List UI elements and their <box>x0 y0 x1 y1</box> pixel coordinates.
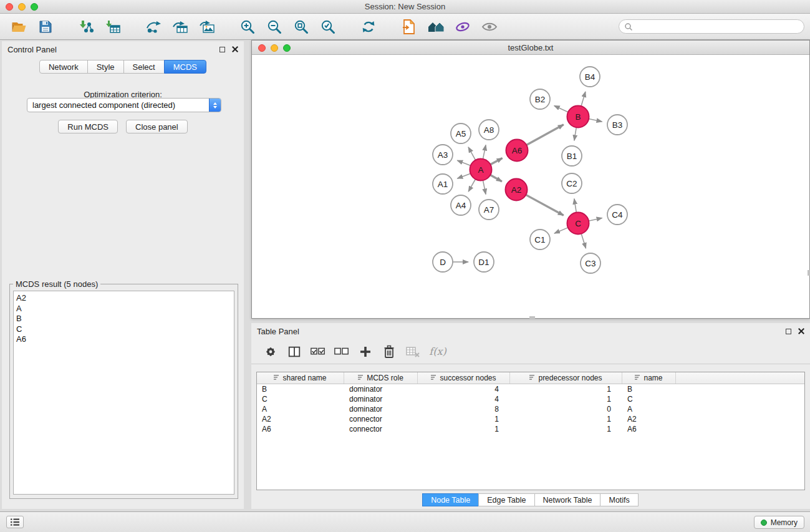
table-cell[interactable]: A6 <box>622 425 676 433</box>
edge-A6-B[interactable] <box>526 125 563 145</box>
node-A4[interactable]: A4 <box>451 195 471 215</box>
edge-A-A6[interactable] <box>490 158 502 164</box>
node-D[interactable]: D <box>433 252 453 272</box>
search-input[interactable] <box>636 22 799 31</box>
network-window-titlebar[interactable]: testGlobe.txt <box>252 41 809 55</box>
node-C3[interactable]: C3 <box>581 253 600 273</box>
column-header[interactable]: shared name <box>257 372 344 384</box>
apply-layout-button[interactable] <box>357 16 380 37</box>
result-list-item[interactable]: B <box>16 314 231 324</box>
analyzer-button[interactable] <box>451 16 474 37</box>
zoom-out-button[interactable] <box>263 16 286 37</box>
export-image-button[interactable] <box>196 16 218 37</box>
table-cell[interactable]: A6 <box>257 425 344 433</box>
close-table-panel-icon[interactable] <box>798 328 804 334</box>
table-cell[interactable]: connector <box>344 415 418 423</box>
node-B[interactable]: B <box>567 106 589 128</box>
table-cell[interactable]: connector <box>344 425 418 433</box>
save-session-button[interactable] <box>34 16 57 37</box>
result-list-item[interactable]: C <box>16 324 231 335</box>
table-cell[interactable]: 8 <box>418 405 510 414</box>
table-row[interactable]: A2connector11A2 <box>257 414 804 424</box>
node-C1[interactable]: C1 <box>530 230 550 249</box>
node-A2[interactable]: A2 <box>506 179 528 201</box>
column-chooser-button[interactable] <box>286 343 302 360</box>
home-button[interactable] <box>425 16 447 37</box>
tab-node-table[interactable]: Node Table <box>422 493 479 506</box>
edge-A2-C[interactable] <box>526 195 563 215</box>
tab-motifs[interactable]: Motifs <box>600 493 638 506</box>
memory-button[interactable]: Memory <box>754 516 804 529</box>
window-titlebar[interactable]: Session: New Session <box>0 0 810 14</box>
edge-A-A7[interactable] <box>483 180 486 194</box>
edge-A-A4[interactable] <box>468 179 475 191</box>
table-cell[interactable]: 1 <box>418 425 510 433</box>
network-canvas-svg[interactable]: B4B2BB3A5A8A6A3B1AA1C2A2A4A7C4CC1DD1C3 <box>252 55 809 317</box>
node-B2[interactable]: B2 <box>530 89 550 109</box>
show-hide-button[interactable] <box>478 16 501 37</box>
edge-B-B1[interactable] <box>574 127 576 140</box>
node-A1[interactable]: A1 <box>433 174 453 194</box>
table-row[interactable]: Adominator80A <box>257 404 804 414</box>
column-header[interactable]: successor nodes <box>418 372 510 384</box>
node-B4[interactable]: B4 <box>580 67 600 87</box>
zoom-fit-button[interactable] <box>290 16 312 37</box>
edge-A-A5[interactable] <box>468 147 475 160</box>
node-D1[interactable]: D1 <box>474 252 494 272</box>
column-header[interactable]: MCDS role <box>344 372 418 384</box>
table-cell[interactable]: 1 <box>510 425 622 433</box>
edge-C-C4[interactable] <box>589 218 602 221</box>
edge-C-C1[interactable] <box>554 228 568 233</box>
node-B1[interactable]: B1 <box>562 146 582 166</box>
tab-mcds[interactable]: MCDS <box>164 60 206 74</box>
table-cell[interactable]: 1 <box>510 385 622 394</box>
edge-A-A8[interactable] <box>483 145 486 158</box>
edge-A-A3[interactable] <box>457 160 470 165</box>
result-list-item[interactable]: A <box>16 304 231 314</box>
node-C2[interactable]: C2 <box>562 173 582 193</box>
column-header[interactable]: name <box>622 372 676 384</box>
resize-tick-right[interactable] <box>808 270 810 276</box>
table-cell[interactable]: C <box>257 395 344 404</box>
tab-network-table[interactable]: Network Table <box>534 493 601 506</box>
close-window-button[interactable] <box>6 3 13 11</box>
add-column-button[interactable] <box>357 343 374 360</box>
result-list-item[interactable]: A6 <box>16 334 231 345</box>
table-cell[interactable]: 0 <box>510 405 622 414</box>
tab-network[interactable]: Network <box>39 60 88 74</box>
table-row[interactable]: A6connector11A6 <box>257 424 804 434</box>
import-table-button[interactable] <box>102 16 124 37</box>
edge-C-C2[interactable] <box>574 199 576 213</box>
zoom-in-button[interactable] <box>236 16 259 37</box>
network-minimize-button[interactable] <box>271 44 278 52</box>
table-cell[interactable]: A2 <box>622 415 676 423</box>
table-cell[interactable]: 4 <box>418 385 510 394</box>
new-table-button[interactable] <box>169 16 191 37</box>
node-C4[interactable]: C4 <box>607 205 627 225</box>
node-C[interactable]: C <box>567 213 589 235</box>
minimize-window-button[interactable] <box>18 3 26 11</box>
table-cell[interactable]: dominator <box>344 405 418 414</box>
edge-A-A2[interactable] <box>490 175 502 181</box>
new-network-button[interactable] <box>142 16 165 37</box>
table-cell[interactable]: dominator <box>344 395 418 404</box>
table-cell[interactable]: 1 <box>510 415 622 423</box>
delete-table-button[interactable] <box>405 343 421 360</box>
close-panel-icon[interactable] <box>232 46 238 52</box>
network-close-button[interactable] <box>258 44 266 52</box>
node-A3[interactable]: A3 <box>433 145 453 165</box>
edge-B-B3[interactable] <box>589 119 602 122</box>
close-panel-button[interactable]: Close panel <box>126 120 188 133</box>
table-cell[interactable]: dominator <box>344 385 418 394</box>
table-cell[interactable]: B <box>257 385 344 394</box>
network-zoom-button[interactable] <box>283 44 291 52</box>
edge-C-C3[interactable] <box>581 234 586 248</box>
table-cell[interactable]: A <box>622 405 676 414</box>
task-history-button[interactable] <box>6 516 24 528</box>
resize-tick-bottom[interactable] <box>529 316 535 319</box>
table-cell[interactable]: C <box>622 395 676 404</box>
run-mcds-button[interactable]: Run MCDS <box>58 120 118 133</box>
zoom-window-button[interactable] <box>31 3 38 11</box>
edge-A-A1[interactable] <box>457 173 470 178</box>
tab-style[interactable]: Style <box>87 60 124 74</box>
